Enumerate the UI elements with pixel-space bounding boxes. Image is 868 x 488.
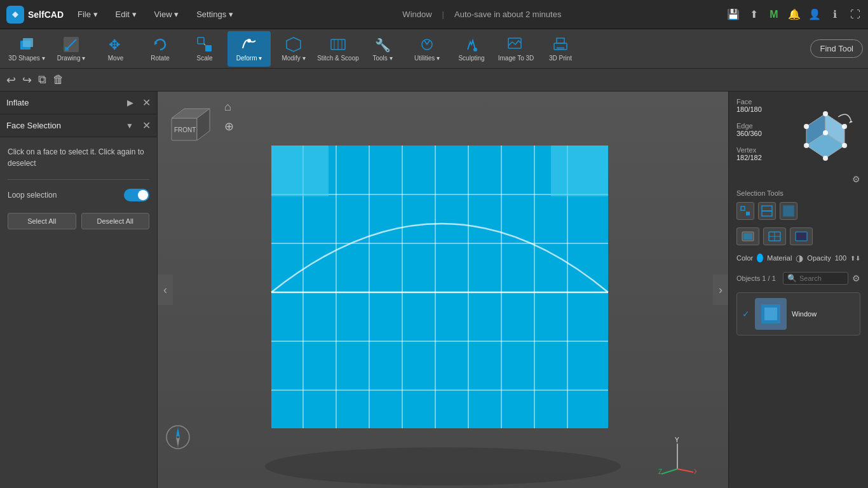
color-swatch[interactable]: [757, 254, 763, 262]
svg-text:✥: ✥: [109, 37, 120, 53]
object-item[interactable]: ✓ Window: [736, 292, 860, 336]
svg-point-66: [823, 156, 828, 161]
svg-point-67: [823, 130, 828, 135]
tool-3d-shapes[interactable]: 3D Shapes ▾: [5, 31, 48, 67]
svg-rect-81: [764, 308, 777, 320]
tool-image-to-3d[interactable]: Image To 3D: [494, 31, 538, 67]
deselect-all-button[interactable]: Deselect All: [81, 213, 150, 229]
window-label: Window: [402, 10, 431, 19]
tool-rotate-label: Rotate: [151, 55, 169, 62]
menu-view[interactable]: View ▾: [151, 7, 183, 22]
find-tool-button[interactable]: Find Tool: [810, 39, 863, 58]
tool-move[interactable]: ✥ Move: [94, 31, 137, 67]
face-value: 180/180: [736, 105, 762, 113]
vertex-label: Vertex: [736, 146, 762, 154]
user-icon[interactable]: 👤: [808, 8, 821, 21]
tool-modify[interactable]: Modify ▾: [272, 31, 315, 67]
nav-right-arrow[interactable]: ›: [713, 274, 728, 305]
select-all-button[interactable]: Select All: [8, 213, 76, 229]
tool-tools[interactable]: 🔧 Tools ▾: [361, 31, 404, 67]
svg-rect-50: [551, 146, 608, 196]
face-info: Face 180/180: [736, 98, 762, 113]
objects-settings-icon[interactable]: ⚙: [852, 273, 860, 283]
tool-3d-print[interactable]: 3D Print: [539, 31, 582, 67]
edit-toolbar: ↩ ↪ ⧉ 🗑: [0, 69, 868, 92]
app-logo[interactable]: SelfCAD: [6, 6, 64, 24]
svg-point-64: [804, 143, 809, 148]
svg-rect-5: [65, 47, 69, 51]
delete-button[interactable]: 🗑: [53, 73, 64, 86]
tool-drawing-label: Drawing ▾: [57, 55, 85, 62]
svg-point-11: [247, 39, 251, 43]
selection-vertex-icon[interactable]: [736, 202, 754, 220]
action-buttons: Select All Deselect All: [8, 213, 149, 229]
viewport[interactable]: ‹ › FRONT ⌂ ⊕: [158, 92, 728, 488]
deform-icon: [240, 36, 258, 53]
selection-edge-icon[interactable]: [758, 202, 776, 220]
inflate-close-icon[interactable]: ✕: [142, 97, 151, 109]
tool-drawing[interactable]: Drawing ▾: [50, 31, 93, 67]
divider: [8, 179, 149, 180]
duplicate-button[interactable]: ⧉: [38, 73, 46, 86]
svg-line-20: [427, 41, 430, 44]
toggle-knob: [138, 190, 148, 200]
tool-modify-label: Modify ▾: [281, 55, 305, 62]
stitch-scoop-icon: [329, 36, 347, 53]
opacity-stepper-icon[interactable]: ⬆⬇: [850, 255, 860, 262]
autosave-status: Auto-save in about 2 minutes: [454, 10, 561, 19]
selection-icons: [729, 200, 868, 225]
bell-icon[interactable]: 🔔: [788, 8, 801, 21]
color-label: Color: [736, 254, 753, 262]
tool-stitch-scoop[interactable]: Stitch & Scoop: [316, 31, 360, 67]
xray-view-icon[interactable]: [790, 227, 813, 245]
tool-rotate[interactable]: Rotate: [139, 31, 182, 67]
selection-face-icon[interactable]: [780, 202, 797, 220]
svg-rect-8: [198, 37, 204, 44]
svg-line-10: [204, 44, 205, 45]
material-icon[interactable]: ◑: [796, 253, 803, 263]
inflate-expand-icon[interactable]: ▶: [127, 98, 133, 107]
share-icon[interactable]: ⬆: [747, 8, 760, 21]
svg-rect-24: [557, 38, 564, 43]
tool-deform[interactable]: Deform ▾: [227, 31, 271, 67]
svg-line-56: [661, 469, 677, 474]
svg-marker-68: [849, 120, 853, 123]
svg-point-63: [842, 124, 847, 129]
face-selection-title: Face Selection: [6, 121, 122, 130]
svg-point-65: [842, 143, 847, 148]
face-selection-close-icon[interactable]: ✕: [142, 119, 151, 132]
sculpting-icon: [463, 36, 480, 53]
vertex-info: Vertex 182/182: [736, 146, 762, 161]
save-icon[interactable]: 💾: [727, 8, 740, 21]
tools-icon: 🔧: [374, 36, 391, 53]
menu-settings[interactable]: Settings ▾: [193, 7, 237, 22]
tool-scale[interactable]: Scale: [183, 31, 226, 67]
view-cube[interactable]: [790, 98, 860, 168]
wireframe-view-icon[interactable]: [763, 227, 786, 245]
tool-sculpting-label: Sculpting: [458, 55, 484, 62]
undo-button[interactable]: ↩: [6, 73, 16, 87]
opacity-value: 100: [835, 254, 846, 262]
separator: |: [442, 10, 444, 19]
3d-print-icon: [552, 36, 569, 53]
center-info: Window | Auto-save in about 2 minutes: [247, 10, 717, 19]
svg-point-21: [473, 48, 477, 51]
object-check-icon: ✓: [742, 309, 750, 319]
loop-selection-toggle[interactable]: [124, 189, 149, 201]
search-box[interactable]: 🔍: [783, 272, 848, 285]
m-icon[interactable]: M: [768, 8, 780, 21]
search-input[interactable]: [799, 274, 844, 282]
topbar: SelfCAD 3D Shapes File ▾ Edit ▾ View ▾ S…: [0, 0, 868, 29]
right-panel-settings-icon[interactable]: ⚙: [852, 174, 860, 184]
solid-view-icon[interactable]: [736, 227, 759, 245]
tool-utilities[interactable]: Utilities ▾: [405, 31, 449, 67]
fullscreen-icon[interactable]: ⛶: [849, 8, 862, 21]
info-icon[interactable]: ℹ: [829, 8, 841, 21]
menu-file[interactable]: File ▾: [74, 7, 102, 22]
face-selection-arrow-icon[interactable]: ▼: [126, 121, 133, 130]
redo-button[interactable]: ↪: [22, 73, 32, 87]
left-panel-content: Click on a face to select it. Click agai…: [0, 137, 157, 488]
menu-edit[interactable]: Edit ▾: [112, 7, 140, 22]
tool-sculpting[interactable]: Sculpting: [450, 31, 493, 67]
nav-left-arrow[interactable]: ‹: [158, 274, 173, 305]
